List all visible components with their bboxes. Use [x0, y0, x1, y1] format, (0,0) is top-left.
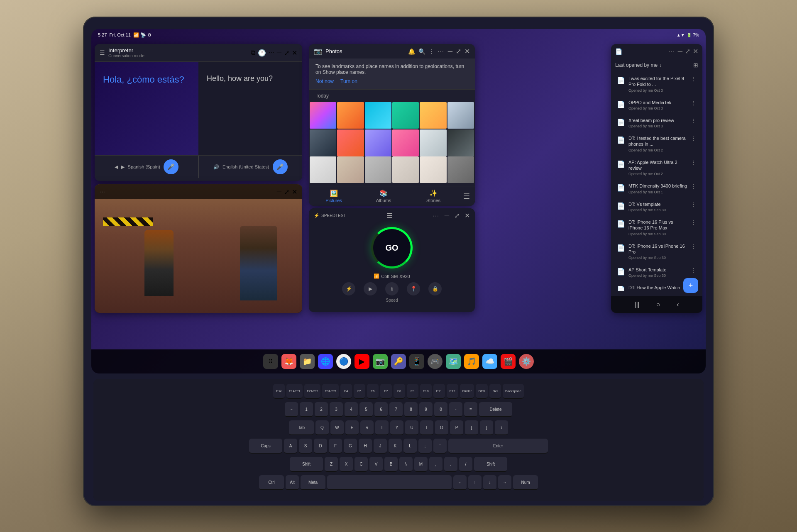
drive-item-more-8[interactable]: ⋮ — [691, 243, 697, 250]
key-meta[interactable]: Meta — [301, 475, 325, 490]
tab-albums[interactable]: 📚 Albums — [359, 188, 408, 205]
photo-5[interactable] — [420, 102, 446, 129]
video-minimize[interactable]: ─ — [277, 188, 281, 195]
key-0[interactable]: 0 — [434, 402, 447, 417]
key-tab[interactable]: Tab — [289, 420, 314, 435]
drive-item-more-3[interactable]: ⋮ — [691, 135, 697, 142]
photos-search-icon[interactable]: 🔍 — [418, 48, 425, 55]
speedtest-dots[interactable]: ··· — [433, 213, 440, 219]
key-h[interactable]: H — [359, 439, 372, 454]
drive-item-more-4[interactable]: ⋮ — [691, 159, 697, 166]
drive-list-item[interactable]: 📄 DT: iPhone 16 vs iPhone 16 Pro Opened … — [613, 240, 701, 264]
drive-close[interactable]: ✕ — [693, 47, 698, 55]
taskbar-icon-music[interactable]: 🎵 — [464, 354, 479, 369]
key-v[interactable]: V — [369, 457, 383, 472]
key-t[interactable]: T — [375, 420, 389, 435]
photo-1[interactable] — [310, 102, 336, 129]
drive-fab-button[interactable]: + — [683, 278, 698, 293]
key-7[interactable]: 7 — [389, 402, 403, 417]
photo-10[interactable] — [392, 129, 419, 156]
photos-maximize[interactable]: ⤢ — [456, 47, 461, 55]
speedtest-go-button[interactable]: GO — [371, 227, 413, 268]
speed-btn-info[interactable]: ℹ — [385, 282, 398, 295]
taskbar-icon-camera[interactable]: 📷 — [373, 354, 388, 369]
drive-item-more-1[interactable]: ⋮ — [691, 100, 697, 106]
taskbar-icon-maps[interactable]: 🗺️ — [446, 354, 461, 369]
taskbar-icon-phone[interactable]: 📱 — [409, 354, 424, 369]
key-semicolon[interactable]: ; — [418, 439, 432, 454]
key-comma[interactable]: , — [429, 457, 443, 472]
key-f6[interactable]: F6 — [367, 384, 379, 399]
taskbar-icon-youtube[interactable]: ▶ — [354, 354, 369, 369]
key-6[interactable]: 6 — [374, 402, 388, 417]
drive-list-item[interactable]: 📄 OPPO and MediaTek Opened by me Oct 3 ⋮ — [613, 96, 701, 114]
photos-close[interactable]: ✕ — [465, 47, 470, 55]
drive-list-item[interactable]: 📄 AP: Apple Watch Ultra 2 review Opened … — [613, 156, 701, 180]
taskbar-icon-chrome[interactable]: 🔵 — [336, 354, 351, 369]
key-n[interactable]: N — [399, 457, 413, 472]
key-y[interactable]: Y — [390, 420, 403, 435]
minimize-icon[interactable]: ─ — [277, 49, 281, 56]
key-quote[interactable]: ' — [433, 439, 447, 454]
key-right[interactable]: → — [498, 475, 511, 490]
taskbar-icon-settings[interactable]: ⚙️ — [519, 354, 534, 369]
key-num[interactable]: Num — [513, 475, 538, 490]
drive-item-more-9[interactable]: ⋮ — [691, 267, 697, 273]
photo-7[interactable] — [310, 129, 336, 156]
nav-back-icon[interactable]: ‹ — [677, 301, 679, 308]
video-maximize[interactable]: ⤢ — [284, 188, 289, 196]
key-f4[interactable]: F4 — [340, 384, 352, 399]
photo-6[interactable] — [447, 102, 474, 129]
speed-btn-1[interactable]: ⚡ — [342, 282, 355, 295]
close-icon[interactable]: ✕ — [292, 49, 297, 57]
drive-list-item[interactable]: 📄 DT: Vs template Opened by me Sep 30 ⋮ — [613, 198, 701, 215]
photo-18[interactable] — [447, 156, 474, 183]
video-close[interactable]: ✕ — [292, 188, 297, 196]
drive-list-item[interactable]: 📄 I was excited for the Pixel 9 Pro Fold… — [613, 72, 701, 96]
key-q[interactable]: Q — [315, 420, 329, 435]
key-f[interactable]: F — [329, 439, 342, 454]
photo-13[interactable] — [310, 156, 336, 183]
key-f1[interactable]: F1APP1 — [286, 384, 303, 399]
key-f2[interactable]: F2APP2 — [304, 384, 320, 399]
drive-sort-icon[interactable]: ↓ — [659, 62, 662, 68]
taskbar-icon-1[interactable]: 🦊 — [281, 354, 296, 369]
pip-icon[interactable]: ⧉ — [251, 49, 255, 56]
key-w[interactable]: W — [330, 420, 344, 435]
photo-17[interactable] — [420, 156, 446, 183]
drive-dots[interactable]: ··· — [669, 49, 675, 54]
key-5[interactable]: 5 — [359, 402, 373, 417]
key-2[interactable]: 2 — [315, 402, 328, 417]
key-down[interactable]: ↓ — [483, 475, 496, 490]
key-z[interactable]: Z — [325, 457, 338, 472]
key-bracket-open[interactable]: [ — [465, 420, 478, 435]
key-tilde[interactable]: ~ — [285, 402, 298, 417]
key-alt[interactable]: Alt — [286, 475, 299, 490]
photos-dots[interactable]: ··· — [438, 49, 445, 54]
taskbar-icon-game[interactable]: 🎮 — [428, 354, 443, 369]
maximize-icon[interactable]: ⤢ — [284, 49, 289, 57]
taskbar-icon-3[interactable]: 🌐 — [318, 354, 333, 369]
key-p[interactable]: P — [450, 420, 463, 435]
key-up[interactable]: ↑ — [468, 475, 482, 490]
key-shift-right[interactable]: Shift — [474, 457, 507, 472]
go-label[interactable]: GO — [385, 243, 398, 253]
drive-item-more-2[interactable]: ⋮ — [691, 117, 697, 124]
key-f5[interactable]: F5 — [354, 384, 365, 399]
key-u[interactable]: U — [405, 420, 418, 435]
drive-list[interactable]: 📄 I was excited for the Pixel 9 Pro Fold… — [611, 72, 702, 291]
key-9[interactable]: 9 — [419, 402, 433, 417]
photo-16[interactable] — [392, 156, 419, 183]
speed-btn-lock[interactable]: 🔒 — [428, 282, 442, 295]
key-shift-left[interactable]: Shift — [290, 457, 323, 472]
taskbar-icon-drive[interactable]: ☁️ — [482, 354, 497, 369]
not-now-button[interactable]: Not now — [315, 78, 334, 84]
key-backslash[interactable]: \ — [495, 420, 508, 435]
key-f3[interactable]: F3APP3 — [322, 384, 338, 399]
photo-3[interactable] — [365, 102, 391, 129]
taskbar-apps-button[interactable]: ⠿ — [263, 354, 278, 369]
key-j[interactable]: J — [374, 439, 387, 454]
key-4[interactable]: 4 — [345, 402, 358, 417]
key-enter[interactable]: Enter — [448, 439, 548, 454]
dots-icon[interactable]: ··· — [269, 49, 274, 56]
